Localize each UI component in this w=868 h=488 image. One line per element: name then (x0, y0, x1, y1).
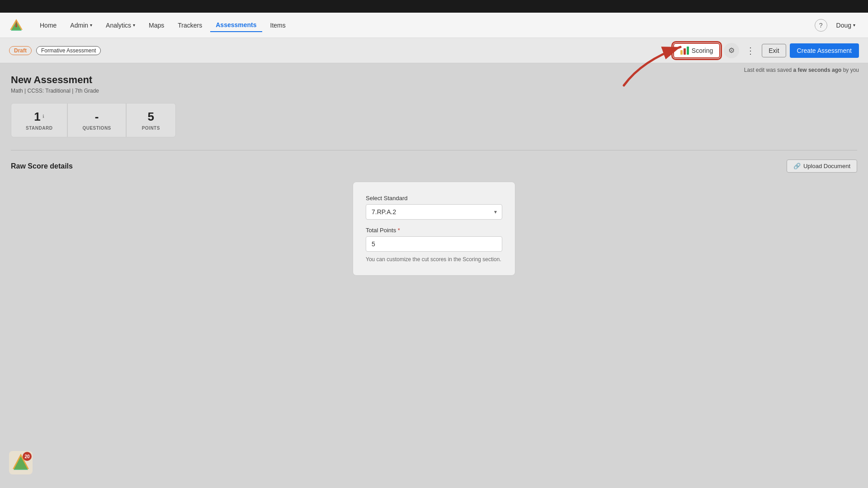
settings-button[interactable]: ⚙ (724, 43, 739, 58)
stat-questions-label: QUESTIONS (82, 126, 111, 131)
nav-analytics[interactable]: Analytics ▾ (100, 19, 141, 32)
section-divider (11, 150, 857, 150)
nav-assessments[interactable]: Assessments (210, 19, 262, 32)
scoring-bars-icon (680, 47, 689, 55)
select-standard-label: Select Standard (366, 195, 502, 202)
total-points-label: Total Points * (366, 227, 502, 234)
formative-badge[interactable]: Formative Assessment (36, 46, 101, 55)
stat-standard: 1 ℹ STANDARD (11, 103, 67, 137)
total-points-input[interactable] (366, 236, 502, 252)
scoring-button[interactable]: Scoring (673, 43, 720, 58)
nav-admin[interactable]: Admin ▾ (65, 19, 98, 32)
user-name: Doug (836, 22, 851, 29)
user-chevron-icon: ▾ (853, 23, 855, 28)
stat-questions-value: - (82, 110, 111, 124)
user-menu[interactable]: Doug ▾ (833, 20, 859, 31)
stat-standard-value: 1 ℹ (26, 110, 52, 124)
toolbar-right: Scoring ⚙ ⋮ Exit Create Assessment (673, 43, 859, 58)
stat-points: 5 POINTS (126, 103, 176, 137)
select-standard-wrapper: 7.RP.A.2 ▾ (366, 204, 502, 220)
sub-toolbar: Draft Formative Assessment Scoring ⚙ ⋮ E… (0, 38, 868, 63)
stat-points-value: 5 (141, 110, 161, 124)
info-icon[interactable]: ℹ (42, 114, 44, 119)
gear-icon: ⚙ (728, 46, 735, 55)
nav-items[interactable]: Items (265, 19, 291, 32)
raw-score-header: Raw Score details 🔗 Upload Document (11, 160, 857, 173)
help-icon[interactable]: ? (815, 19, 827, 32)
draft-badge[interactable]: Draft (9, 46, 32, 55)
form-card: Select Standard 7.RP.A.2 ▾ Total Points … (353, 182, 515, 276)
form-hint: You can customize the cut scores in the … (366, 256, 502, 263)
app-badge[interactable]: 20 (9, 451, 33, 474)
navbar: Home Admin ▾ Analytics ▾ Maps Trackers A… (0, 13, 868, 38)
bar3 (687, 47, 689, 55)
main-content: New Assessment Math | CCSS: Traditional … (0, 63, 868, 286)
content-area: New Assessment Math | CCSS: Traditional … (0, 63, 868, 488)
analytics-chevron-icon: ▾ (133, 23, 135, 28)
nav-right: ? Doug ▾ (815, 19, 859, 32)
bar2 (684, 48, 686, 55)
exit-button[interactable]: Exit (762, 44, 786, 57)
stat-points-label: POINTS (141, 126, 161, 131)
nav-maps[interactable]: Maps (143, 19, 170, 32)
create-assessment-button[interactable]: Create Assessment (790, 43, 859, 58)
app-logo[interactable] (9, 18, 24, 33)
stats-row: 1 ℹ STANDARD - QUESTIONS 5 POINTS (11, 103, 857, 137)
top-bar (0, 0, 868, 13)
last-saved-text: Last edit was saved a few seconds ago by… (744, 67, 859, 73)
upload-document-button[interactable]: 🔗 Upload Document (787, 160, 857, 173)
select-standard-input[interactable]: 7.RP.A.2 (366, 204, 502, 220)
required-indicator: * (398, 227, 400, 234)
svg-text:20: 20 (24, 454, 30, 459)
scoring-label: Scoring (692, 47, 713, 54)
assessment-title: New Assessment (11, 74, 857, 86)
nav-links: Home Admin ▾ Analytics ▾ Maps Trackers A… (34, 19, 815, 32)
stat-standard-label: STANDARD (26, 126, 52, 131)
more-options-button[interactable]: ⋮ (743, 43, 758, 58)
nav-trackers[interactable]: Trackers (172, 19, 208, 32)
stat-questions: - QUESTIONS (67, 103, 126, 137)
more-icon: ⋮ (746, 45, 755, 56)
raw-score-title: Raw Score details (11, 162, 73, 170)
admin-chevron-icon: ▾ (90, 23, 92, 28)
assessment-subtitle: Math | CCSS: Traditional | 7th Grade (11, 88, 857, 94)
nav-home[interactable]: Home (34, 19, 62, 32)
bar1 (680, 50, 683, 55)
upload-icon: 🔗 (793, 163, 801, 169)
